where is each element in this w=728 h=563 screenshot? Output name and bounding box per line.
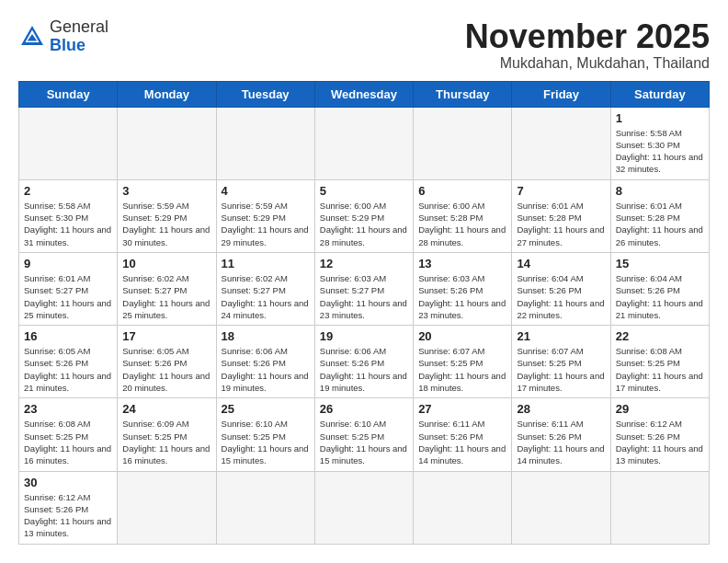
calendar-cell: 8Sunrise: 6:01 AM Sunset: 5:28 PM Daylig… — [610, 179, 709, 252]
calendar-cell: 6Sunrise: 6:00 AM Sunset: 5:28 PM Daylig… — [414, 179, 512, 252]
day-number: 18 — [222, 329, 310, 343]
day-info: Sunrise: 6:04 AM Sunset: 5:26 PM Dayligh… — [517, 272, 605, 321]
day-of-week-header: Thursday — [414, 81, 512, 107]
month-title: November 2025 — [465, 18, 710, 55]
calendar-cell: 12Sunrise: 6:03 AM Sunset: 5:27 PM Dayli… — [314, 252, 413, 325]
day-number: 3 — [122, 184, 210, 198]
calendar-cell — [314, 107, 413, 179]
day-of-week-header: Wednesday — [314, 81, 413, 107]
day-number: 12 — [320, 257, 408, 270]
logo-icon — [18, 23, 46, 51]
calendar-cell: 18Sunrise: 6:06 AM Sunset: 5:26 PM Dayli… — [216, 326, 314, 398]
day-number: 8 — [616, 184, 704, 198]
day-number: 21 — [517, 329, 605, 343]
page-header: General Blue November 2025 Mukdahan, Muk… — [18, 18, 710, 72]
day-number: 14 — [517, 257, 605, 270]
day-info: Sunrise: 6:06 AM Sunset: 5:26 PM Dayligh… — [222, 345, 310, 394]
calendar-cell: 3Sunrise: 5:59 AM Sunset: 5:29 PM Daylig… — [118, 179, 216, 252]
logo-text: General Blue — [50, 18, 108, 55]
calendar-cell: 5Sunrise: 6:00 AM Sunset: 5:29 PM Daylig… — [314, 179, 413, 252]
day-number: 20 — [418, 329, 506, 343]
calendar-cell: 20Sunrise: 6:07 AM Sunset: 5:25 PM Dayli… — [414, 326, 512, 398]
day-of-week-header: Saturday — [610, 81, 709, 107]
calendar-cell — [118, 471, 216, 544]
day-info: Sunrise: 6:07 AM Sunset: 5:25 PM Dayligh… — [418, 345, 506, 394]
calendar-cell: 14Sunrise: 6:04 AM Sunset: 5:26 PM Dayli… — [512, 252, 610, 325]
day-number: 19 — [320, 329, 408, 343]
calendar-cell — [414, 107, 512, 179]
day-info: Sunrise: 6:02 AM Sunset: 5:27 PM Dayligh… — [122, 272, 210, 321]
day-info: Sunrise: 6:11 AM Sunset: 5:26 PM Dayligh… — [517, 418, 605, 466]
day-info: Sunrise: 6:04 AM Sunset: 5:26 PM Dayligh… — [616, 272, 704, 321]
day-number: 22 — [616, 329, 704, 343]
day-info: Sunrise: 5:59 AM Sunset: 5:29 PM Dayligh… — [122, 200, 210, 248]
day-info: Sunrise: 6:12 AM Sunset: 5:26 PM Dayligh… — [24, 491, 112, 540]
day-number: 7 — [517, 184, 605, 198]
calendar-cell: 28Sunrise: 6:11 AM Sunset: 5:26 PM Dayli… — [512, 398, 610, 471]
logo: General Blue — [18, 18, 108, 55]
calendar-cell: 19Sunrise: 6:06 AM Sunset: 5:26 PM Dayli… — [314, 326, 413, 398]
day-number: 2 — [24, 184, 112, 198]
calendar-cell: 25Sunrise: 6:10 AM Sunset: 5:25 PM Dayli… — [216, 398, 314, 471]
day-info: Sunrise: 6:09 AM Sunset: 5:25 PM Dayligh… — [122, 418, 210, 466]
calendar-cell — [118, 107, 216, 179]
day-number: 16 — [24, 329, 112, 343]
day-info: Sunrise: 6:08 AM Sunset: 5:25 PM Dayligh… — [616, 345, 704, 394]
calendar-cell: 30Sunrise: 6:12 AM Sunset: 5:26 PM Dayli… — [19, 471, 118, 544]
calendar-cell: 23Sunrise: 6:08 AM Sunset: 5:25 PM Dayli… — [19, 398, 118, 471]
calendar-cell: 26Sunrise: 6:10 AM Sunset: 5:25 PM Dayli… — [314, 398, 413, 471]
day-number: 25 — [222, 402, 310, 416]
calendar-cell — [610, 471, 709, 544]
calendar-cell: 17Sunrise: 6:05 AM Sunset: 5:26 PM Dayli… — [118, 326, 216, 398]
calendar-cell — [314, 471, 413, 544]
calendar-cell: 15Sunrise: 6:04 AM Sunset: 5:26 PM Dayli… — [610, 252, 709, 325]
day-number: 5 — [320, 184, 408, 198]
calendar-cell: 4Sunrise: 5:59 AM Sunset: 5:29 PM Daylig… — [216, 179, 314, 252]
day-info: Sunrise: 6:05 AM Sunset: 5:26 PM Dayligh… — [24, 345, 112, 394]
day-info: Sunrise: 6:01 AM Sunset: 5:27 PM Dayligh… — [24, 272, 112, 321]
calendar-cell — [512, 107, 610, 179]
day-info: Sunrise: 6:00 AM Sunset: 5:28 PM Dayligh… — [418, 200, 506, 248]
day-number: 27 — [418, 402, 506, 416]
calendar-cell: 10Sunrise: 6:02 AM Sunset: 5:27 PM Dayli… — [118, 252, 216, 325]
day-number: 29 — [616, 402, 704, 416]
day-info: Sunrise: 6:11 AM Sunset: 5:26 PM Dayligh… — [418, 418, 506, 466]
logo-blue: Blue — [50, 37, 108, 55]
calendar-cell: 2Sunrise: 5:58 AM Sunset: 5:30 PM Daylig… — [19, 179, 118, 252]
day-info: Sunrise: 6:00 AM Sunset: 5:29 PM Dayligh… — [320, 200, 408, 248]
day-info: Sunrise: 5:59 AM Sunset: 5:29 PM Dayligh… — [222, 200, 310, 248]
day-number: 15 — [616, 257, 704, 270]
day-info: Sunrise: 6:05 AM Sunset: 5:26 PM Dayligh… — [122, 345, 210, 394]
day-info: Sunrise: 6:03 AM Sunset: 5:26 PM Dayligh… — [418, 272, 506, 321]
calendar-table: SundayMondayTuesdayWednesdayThursdayFrid… — [18, 81, 710, 545]
calendar-cell: 7Sunrise: 6:01 AM Sunset: 5:28 PM Daylig… — [512, 179, 610, 252]
calendar-header-row: SundayMondayTuesdayWednesdayThursdayFrid… — [19, 81, 710, 107]
day-info: Sunrise: 6:02 AM Sunset: 5:27 PM Dayligh… — [222, 272, 310, 321]
day-info: Sunrise: 5:58 AM Sunset: 5:30 PM Dayligh… — [616, 127, 704, 176]
day-info: Sunrise: 6:10 AM Sunset: 5:25 PM Dayligh… — [222, 418, 310, 466]
day-number: 10 — [122, 257, 210, 270]
day-info: Sunrise: 6:03 AM Sunset: 5:27 PM Dayligh… — [320, 272, 408, 321]
day-info: Sunrise: 6:01 AM Sunset: 5:28 PM Dayligh… — [616, 200, 704, 248]
day-number: 1 — [616, 111, 704, 125]
day-number: 30 — [24, 476, 112, 489]
day-info: Sunrise: 6:08 AM Sunset: 5:25 PM Dayligh… — [24, 418, 112, 466]
calendar-cell: 11Sunrise: 6:02 AM Sunset: 5:27 PM Dayli… — [216, 252, 314, 325]
day-number: 26 — [320, 402, 408, 416]
day-number: 13 — [418, 257, 506, 270]
calendar-cell: 24Sunrise: 6:09 AM Sunset: 5:25 PM Dayli… — [118, 398, 216, 471]
day-of-week-header: Monday — [118, 81, 216, 107]
day-of-week-header: Sunday — [19, 81, 118, 107]
day-info: Sunrise: 6:01 AM Sunset: 5:28 PM Dayligh… — [517, 200, 605, 248]
day-number: 23 — [24, 402, 112, 416]
day-info: Sunrise: 5:58 AM Sunset: 5:30 PM Dayligh… — [24, 200, 112, 248]
day-of-week-header: Tuesday — [216, 81, 314, 107]
calendar-cell — [216, 107, 314, 179]
location-subtitle: Mukdahan, Mukdahan, Thailand — [465, 55, 710, 72]
day-number: 4 — [222, 184, 310, 198]
calendar-cell: 1Sunrise: 5:58 AM Sunset: 5:30 PM Daylig… — [610, 107, 709, 179]
title-section: November 2025 Mukdahan, Mukdahan, Thaila… — [465, 18, 710, 72]
day-number: 6 — [418, 184, 506, 198]
calendar-cell: 27Sunrise: 6:11 AM Sunset: 5:26 PM Dayli… — [414, 398, 512, 471]
calendar-cell — [512, 471, 610, 544]
